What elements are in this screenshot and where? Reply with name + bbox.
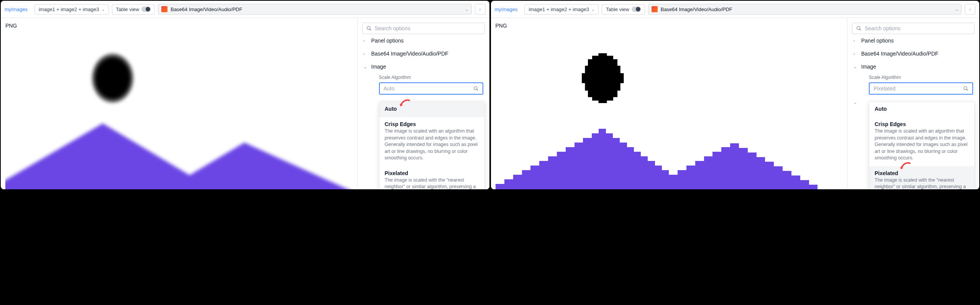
dataset-selector[interactable]: image1 + image2 + image3 ⌄ — [524, 4, 599, 15]
topbar: myImages image1 + image2 + image3 ⌄ Tabl… — [1, 1, 489, 18]
dataset-label: image1 + image2 + image3 — [529, 7, 589, 12]
plugin-selector[interactable]: Base64 Image/Video/Audio/PDF ⌄ — [648, 4, 962, 15]
view-toggle-label: Table view — [116, 7, 140, 12]
chevron-right-icon: › — [479, 7, 481, 11]
scale-algorithm-dropdown: Auto Crisp Edges The image is scaled wit… — [379, 102, 485, 189]
chevron-right-icon: › — [364, 52, 368, 56]
svg-point-5 — [857, 26, 860, 30]
chevron-down-icon: ⌄ — [465, 7, 468, 11]
chevron-right-icon: › — [969, 7, 970, 11]
panel-auto: myImages image1 + image2 + image3 ⌄ Tabl… — [1, 1, 489, 189]
search-icon — [856, 26, 862, 31]
dataset-selector[interactable]: image1 + image2 + image3 ⌄ — [34, 4, 109, 15]
plugin-icon — [161, 6, 167, 12]
toggle-icon — [141, 7, 151, 12]
dropdown-option-auto[interactable]: Auto — [379, 102, 484, 117]
option-description: The image is scaled with an algorithm th… — [875, 128, 969, 162]
scale-algorithm-label: Scale Algorithm — [362, 73, 485, 82]
panel-pixelated: myImages image1 + image2 + image3 ⌄ Tabl… — [491, 1, 980, 189]
section-panel-options[interactable]: › Panel options — [362, 34, 485, 47]
svg-line-4 — [476, 89, 478, 91]
search-field[interactable] — [375, 25, 481, 31]
option-description: The image is scaled with the "nearest ne… — [875, 177, 969, 190]
section-label: Image — [371, 64, 386, 70]
svg-point-7 — [964, 87, 967, 90]
chevron-down-icon: ⌄ — [854, 100, 857, 105]
option-title: Crisp Edges — [385, 121, 479, 127]
view-toggle[interactable]: Table view — [112, 4, 155, 15]
option-description: The image is scaled with an algorithm th… — [385, 128, 479, 162]
section-label: Base64 Image/Video/Audio/PDF — [861, 51, 938, 57]
section-label: Panel options — [861, 38, 894, 44]
section-label: Image — [861, 64, 876, 70]
section-panel-options[interactable]: › Panel options — [852, 34, 975, 47]
scale-algorithm-select[interactable] — [379, 82, 483, 95]
plugin-selector[interactable]: Base64 Image/Video/Audio/PDF ⌄ — [158, 4, 471, 15]
select-input[interactable] — [873, 85, 963, 92]
scale-algorithm-label: Scale Algorithm — [852, 73, 975, 82]
options-sidebar: › Panel options › Base64 Image/Video/Aud… — [357, 18, 489, 189]
dropdown-option-crisp-edges[interactable]: Crisp Edges The image is scaled with an … — [869, 117, 974, 166]
svg-point-3 — [474, 87, 477, 90]
content-area: PNG › Panel options — [491, 18, 980, 189]
visualization-pane: PNG — [1, 18, 357, 189]
section-base64[interactable]: › Base64 Image/Video/Audio/PDF — [852, 47, 975, 60]
svg-line-2 — [369, 29, 371, 31]
chevron-right-icon: › — [854, 52, 857, 56]
svg-marker-0 — [5, 123, 356, 189]
section-image[interactable]: ⌄ Image — [362, 60, 485, 73]
breadcrumb[interactable]: myImages — [495, 5, 522, 14]
mountains-shape — [5, 108, 356, 189]
option-title: Pixelated — [385, 170, 479, 176]
chevron-right-icon: › — [364, 39, 368, 43]
format-label: PNG — [496, 23, 846, 29]
option-title: Pixelated — [875, 170, 969, 176]
section-label: Panel options — [371, 38, 404, 44]
chevron-right-icon: › — [854, 39, 857, 43]
chevron-down-icon: ⌄ — [102, 7, 105, 11]
options-sidebar: › Panel options › Base64 Image/Video/Aud… — [847, 18, 979, 189]
search-field[interactable] — [865, 25, 970, 31]
sun-shape — [582, 53, 624, 103]
svg-point-1 — [367, 26, 370, 30]
mountains-shape — [496, 107, 846, 189]
dropdown-option-auto[interactable]: Auto — [869, 102, 974, 117]
format-label: PNG — [5, 23, 356, 29]
dropdown-option-pixelated[interactable]: Pixelated The image is scaled with the "… — [869, 166, 974, 190]
topbar: myImages image1 + image2 + image3 ⌄ Tabl… — [491, 1, 980, 18]
section-label: Base64 Image/Video/Audio/PDF — [371, 51, 448, 57]
svg-line-8 — [967, 89, 968, 91]
sun-shape — [92, 53, 134, 103]
preview-image-auto — [5, 30, 356, 189]
dropdown-option-crisp-edges[interactable]: Crisp Edges The image is scaled with an … — [379, 117, 484, 166]
option-description: The image is scaled with the "nearest ne… — [385, 177, 479, 190]
dropdown-option-pixelated[interactable]: Pixelated The image is scaled with the "… — [379, 166, 484, 190]
content-area: PNG › Panel options › Base64 — [1, 18, 489, 189]
chevron-down-icon: ⌄ — [364, 65, 368, 69]
collapse-button[interactable]: › — [475, 4, 486, 15]
section-base64[interactable]: › Base64 Image/Video/Audio/PDF — [362, 47, 485, 60]
chevron-down-icon: ⌄ — [955, 7, 958, 11]
visualization-pane: PNG — [491, 18, 847, 189]
option-title: Auto — [875, 106, 969, 112]
view-toggle[interactable]: Table view — [602, 4, 645, 15]
svg-line-6 — [860, 29, 861, 31]
search-options-input[interactable] — [362, 23, 485, 34]
view-toggle-label: Table view — [606, 7, 629, 12]
chevron-down-icon: ⌄ — [854, 65, 857, 69]
plugin-icon — [652, 6, 658, 12]
search-icon — [366, 26, 372, 31]
chevron-down-icon: ⌄ — [591, 7, 594, 11]
collapse-button[interactable]: › — [965, 4, 975, 15]
breadcrumb[interactable]: myImages — [5, 5, 31, 14]
section-image[interactable]: ⌄ Image — [852, 60, 975, 73]
preview-image-pixelated — [496, 30, 846, 189]
option-title: Crisp Edges — [875, 121, 969, 127]
annotation-arrow-icon — [898, 161, 912, 175]
search-icon — [473, 86, 479, 91]
dataset-label: image1 + image2 + image3 — [39, 7, 99, 12]
scale-algorithm-select[interactable] — [869, 82, 973, 95]
search-options-input[interactable] — [852, 23, 975, 34]
scale-algorithm-dropdown: Auto Crisp Edges The image is scaled wit… — [869, 102, 975, 189]
select-input[interactable] — [384, 85, 473, 92]
